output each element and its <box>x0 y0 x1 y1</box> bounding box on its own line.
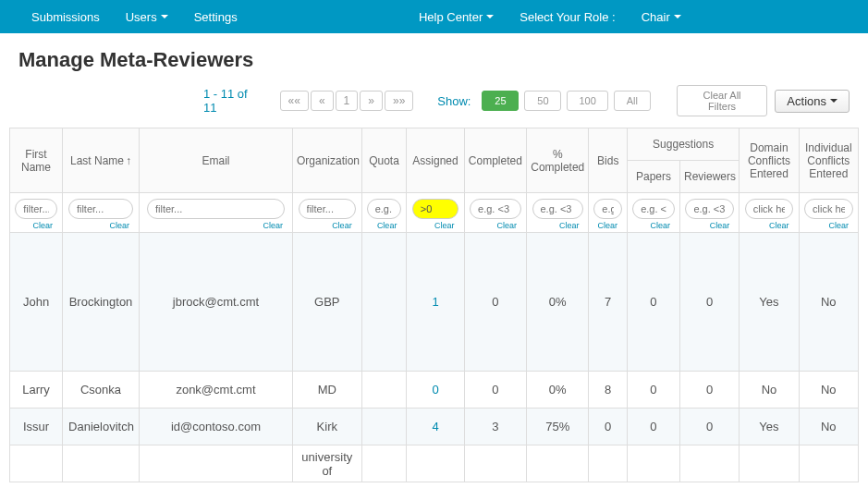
cell-individual-conflicts <box>799 445 858 482</box>
nav-role-label: Select Your Role : <box>507 3 628 31</box>
clear-filter[interactable]: Clear <box>366 219 403 230</box>
cell-pct-completed: 0% <box>527 233 589 372</box>
cell-bids: 8 <box>589 372 627 409</box>
cell-bids <box>589 445 627 482</box>
cell-organization: university of <box>292 445 361 482</box>
clear-filter[interactable]: Clear <box>593 219 622 230</box>
pager-first-button[interactable]: «« <box>280 91 309 111</box>
table-row: IssurDanielovitchid@contoso.comKirk4375%… <box>10 409 859 445</box>
clear-filter[interactable]: Clear <box>14 219 58 230</box>
cell-completed <box>464 445 526 482</box>
nav-settings[interactable]: Settings <box>181 3 251 31</box>
filter-completed[interactable] <box>470 199 521 219</box>
clear-filter[interactable]: Clear <box>531 219 584 230</box>
pager-page-button[interactable]: 1 <box>336 91 359 111</box>
pager-next-button[interactable]: » <box>360 91 383 111</box>
clear-filter[interactable]: Clear <box>631 219 676 230</box>
pager-prev-button[interactable]: « <box>311 91 334 111</box>
filter-assigned[interactable] <box>412 199 459 219</box>
controls-row: 1 - 11 of 11 «« « 1 » »» Show: 25 50 100… <box>0 85 868 128</box>
cell-bids: 7 <box>589 233 627 372</box>
cell-assigned[interactable]: 1 <box>407 233 464 372</box>
cell-suggestions-reviewers: 0 <box>680 372 740 409</box>
cell-suggestions-reviewers: 0 <box>680 233 740 372</box>
actions-button[interactable]: Actions <box>775 90 850 113</box>
nav-help-center[interactable]: Help Center <box>406 3 507 31</box>
filter-suggestions-reviewers[interactable] <box>685 199 734 219</box>
clear-filter[interactable]: Clear <box>143 219 288 230</box>
cell-first-name: John <box>10 233 63 372</box>
col-first-name[interactable]: First Name <box>10 128 63 193</box>
cell-bids: 0 <box>589 409 627 445</box>
cell-suggestions-papers: 0 <box>627 372 679 409</box>
cell-assigned[interactable]: 0 <box>407 372 464 409</box>
col-bids[interactable]: Bids <box>589 128 627 193</box>
nav-role-select[interactable]: Chair <box>629 3 694 31</box>
clear-all-filters-button[interactable]: Clear All Filters <box>677 85 768 116</box>
cell-pct-completed <box>527 445 589 482</box>
table-row: JohnBrockingtonjbrock@cmt.cmtGBP100%700Y… <box>10 233 859 372</box>
show-50-button[interactable]: 50 <box>524 91 561 111</box>
show-25-button[interactable]: 25 <box>482 91 519 111</box>
cell-completed: 3 <box>464 409 526 445</box>
clear-filter[interactable]: Clear <box>684 219 735 230</box>
filter-bids[interactable] <box>593 199 622 219</box>
cell-individual-conflicts: No <box>799 372 858 409</box>
clear-filter[interactable]: Clear <box>469 219 522 230</box>
cell-domain-conflicts <box>740 445 799 482</box>
clear-filter[interactable]: Clear <box>743 219 794 230</box>
cell-pct-completed: 0% <box>527 372 589 409</box>
cell-assigned[interactable] <box>407 445 464 482</box>
filter-domain-conflicts[interactable] <box>745 199 794 219</box>
cell-completed: 0 <box>464 372 526 409</box>
filter-quota[interactable] <box>367 199 402 219</box>
col-suggestions-papers[interactable]: Papers <box>627 161 679 193</box>
col-quota[interactable]: Quota <box>361 128 407 193</box>
cell-suggestions-papers: 0 <box>627 233 679 372</box>
cell-last-name: Csonka <box>63 372 140 409</box>
cell-first-name <box>10 445 63 482</box>
cell-email: jbrock@cmt.cmt <box>140 233 293 372</box>
cell-suggestions-papers: 0 <box>627 409 679 445</box>
show-100-button[interactable]: 100 <box>567 91 607 111</box>
col-assigned[interactable]: Assigned <box>407 128 464 193</box>
cell-completed: 0 <box>464 233 526 372</box>
show-label: Show: <box>437 94 471 108</box>
clear-filter[interactable]: Clear <box>410 219 459 230</box>
pager-last-button[interactable]: »» <box>385 91 413 111</box>
cell-domain-conflicts: Yes <box>740 409 799 445</box>
col-suggestions-reviewers[interactable]: Reviewers <box>680 161 740 193</box>
nav-submissions[interactable]: Submissions <box>18 3 113 31</box>
filter-organization[interactable] <box>299 199 356 219</box>
clear-filter[interactable]: Clear <box>297 219 358 230</box>
cell-email <box>140 445 293 482</box>
filter-pct-completed[interactable] <box>532 199 584 219</box>
filter-individual-conflicts[interactable] <box>804 199 853 219</box>
cell-quota <box>361 372 407 409</box>
filter-first-name[interactable] <box>15 199 57 219</box>
nav-users[interactable]: Users <box>113 3 181 31</box>
col-individual-conflicts[interactable]: Individual Conflicts Entered <box>799 128 858 193</box>
col-pct-completed[interactable]: % Completed <box>527 128 589 193</box>
filter-last-name[interactable] <box>68 199 133 219</box>
page-title: Manage Meta-Reviewers <box>0 33 868 85</box>
col-completed[interactable]: Completed <box>464 128 526 193</box>
cell-individual-conflicts: No <box>799 409 858 445</box>
sort-asc-icon: ↑ <box>126 154 131 167</box>
filter-suggestions-papers[interactable] <box>632 199 675 219</box>
clear-filter[interactable]: Clear <box>803 219 854 230</box>
filter-email[interactable] <box>147 199 285 219</box>
table-row: university of <box>10 445 859 482</box>
col-domain-conflicts[interactable]: Domain Conflicts Entered <box>740 128 799 193</box>
cell-pct-completed: 75% <box>527 409 589 445</box>
cell-last-name: Danielovitch <box>63 409 140 445</box>
chevron-down-icon <box>674 15 681 18</box>
col-organization[interactable]: Organization <box>292 128 361 193</box>
cell-organization: Kirk <box>292 409 361 445</box>
col-last-name[interactable]: Last Name↑ <box>63 128 140 193</box>
cell-assigned[interactable]: 4 <box>407 409 464 445</box>
col-email[interactable]: Email <box>140 128 293 193</box>
clear-filter[interactable]: Clear <box>67 219 135 230</box>
show-all-button[interactable]: All <box>614 91 651 111</box>
pager: «« « 1 » »» <box>280 91 414 111</box>
